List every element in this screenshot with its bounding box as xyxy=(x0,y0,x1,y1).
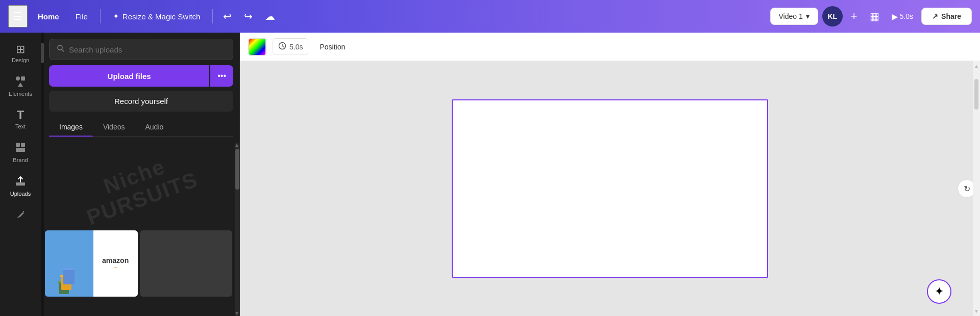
search-bar xyxy=(49,39,233,60)
canvas-toolbar: 5.0s Position xyxy=(240,33,980,61)
uploads-grid: Niche PURSUITS xyxy=(41,143,239,301)
svg-rect-11 xyxy=(63,269,75,284)
svg-rect-12 xyxy=(62,268,75,270)
color-swatch[interactable] xyxy=(248,38,266,56)
watermark-text: Niche PURSUITS xyxy=(76,146,201,230)
magic-button[interactable]: ✦ xyxy=(927,279,951,304)
video-label: Video 1 xyxy=(779,12,803,20)
svg-rect-1 xyxy=(21,76,25,81)
text-icon: T xyxy=(17,109,24,121)
clock-icon xyxy=(278,42,286,51)
sidebar-item-elements[interactable]: Elements xyxy=(2,70,39,102)
watermark-container: Niche PURSUITS xyxy=(45,147,232,228)
resize-icon: ✦ xyxy=(113,12,119,21)
magic-icon: ✦ xyxy=(935,285,944,298)
upload-thumb-amazon[interactable]: amazon ~ xyxy=(45,230,138,297)
svg-rect-3 xyxy=(21,143,25,147)
nav-file[interactable]: File xyxy=(69,8,94,25)
svg-rect-2 xyxy=(16,143,20,147)
cloud-icon[interactable]: ☁ xyxy=(261,6,279,27)
add-icon[interactable]: + xyxy=(847,6,862,27)
sidebar-label-brand: Brand xyxy=(13,157,28,163)
chart-icon[interactable]: ▦ xyxy=(866,6,884,27)
tab-audio[interactable]: Audio xyxy=(135,118,174,136)
amazon-books-visual xyxy=(45,230,93,297)
svg-point-6 xyxy=(58,45,62,50)
play-container[interactable]: ▶ 5.0s xyxy=(888,8,917,25)
search-icon xyxy=(57,44,65,55)
canvas-wrapper: ↻ ✦ xyxy=(240,61,980,316)
sidebar-item-design[interactable]: ⊞ Design xyxy=(2,39,39,68)
uploads-icon xyxy=(15,175,26,189)
sidebar-item-draw[interactable] xyxy=(2,204,39,229)
time-badge[interactable]: 5.0s xyxy=(273,38,308,55)
sidebar-label-design: Design xyxy=(12,57,29,63)
share-label: Share xyxy=(941,12,961,20)
duration-display: 5.0s xyxy=(289,43,303,51)
canvas-scroll-thumb[interactable] xyxy=(974,79,978,110)
sidebar-item-text[interactable]: T Text xyxy=(2,104,39,135)
app-body: ⊞ Design Elements T Text Brand Uploads xyxy=(0,33,980,316)
undo-button[interactable]: ↩ xyxy=(219,6,236,27)
draw-icon xyxy=(15,209,26,222)
svg-rect-4 xyxy=(16,148,25,152)
hamburger-button[interactable]: ☰ xyxy=(8,5,28,28)
tab-images[interactable]: Images xyxy=(49,118,93,136)
sidebar-label-text: Text xyxy=(15,123,26,129)
sidebar-item-uploads[interactable]: Uploads xyxy=(2,170,39,202)
sidebar: ⊞ Design Elements T Text Brand Uploads xyxy=(0,33,41,316)
canvas-area: 5.0s Position ↻ ✦ ▲ ▼ xyxy=(240,33,980,316)
video-chevron-icon: ▾ xyxy=(806,12,810,20)
thumb-empty-content xyxy=(140,230,233,297)
upload-more-button[interactable]: ••• xyxy=(210,65,233,87)
play-icon: ▶ xyxy=(892,12,898,21)
duration-label: 5.0s xyxy=(900,12,913,20)
nav-divider-2 xyxy=(212,9,213,23)
share-button[interactable]: ↗ Share xyxy=(921,8,972,25)
svg-rect-5 xyxy=(16,182,25,186)
upload-files-row: Upload files ••• xyxy=(49,65,233,87)
sidebar-label-elements: Elements xyxy=(9,91,32,97)
canvas-frame[interactable] xyxy=(452,99,768,278)
redo-button[interactable]: ↪ xyxy=(240,6,257,27)
upload-files-button[interactable]: Upload files xyxy=(49,65,209,87)
upload-thumb-empty[interactable] xyxy=(140,230,233,297)
nav-resize[interactable]: ✦ Resize & Magic Switch xyxy=(107,8,207,25)
avatar[interactable]: KL xyxy=(822,6,843,27)
resize-label: Resize & Magic Switch xyxy=(122,12,201,21)
sidebar-item-brand[interactable]: Brand xyxy=(2,137,39,168)
elements-icon xyxy=(15,75,26,89)
upload-panel: Upload files ••• Record yourself Images … xyxy=(41,33,240,316)
design-icon: ⊞ xyxy=(16,44,25,55)
brand-icon xyxy=(15,142,26,155)
record-yourself-button[interactable]: Record yourself xyxy=(49,91,233,112)
svg-point-0 xyxy=(16,76,20,81)
position-button[interactable]: Position xyxy=(314,40,350,54)
amazon-logo: amazon ~ xyxy=(93,230,138,297)
refresh-icon: ↻ xyxy=(964,184,970,194)
canvas-vscroll[interactable]: ▲ ▼ xyxy=(973,61,980,316)
nav-divider xyxy=(100,9,101,23)
sidebar-label-uploads: Uploads xyxy=(10,191,31,197)
top-nav: ☰ Home File ✦ Resize & Magic Switch ↩ ↪ … xyxy=(0,0,980,33)
search-input[interactable] xyxy=(69,45,226,54)
share-icon: ↗ xyxy=(932,12,938,20)
more-icon: ••• xyxy=(217,71,226,80)
nav-home[interactable]: Home xyxy=(32,8,65,25)
tabs-row: Images Videos Audio xyxy=(49,118,233,137)
tab-videos[interactable]: Videos xyxy=(93,118,135,136)
video-button[interactable]: Video 1 ▾ xyxy=(770,8,818,25)
